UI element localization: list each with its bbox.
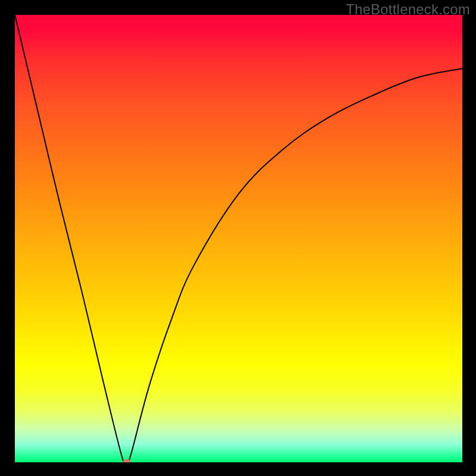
bottleneck-curve [15, 15, 462, 462]
chart-frame: TheBottleneck.com [0, 0, 476, 476]
plot-area [15, 15, 462, 462]
minimum-marker [123, 459, 131, 463]
watermark-text: TheBottleneck.com [346, 1, 470, 18]
